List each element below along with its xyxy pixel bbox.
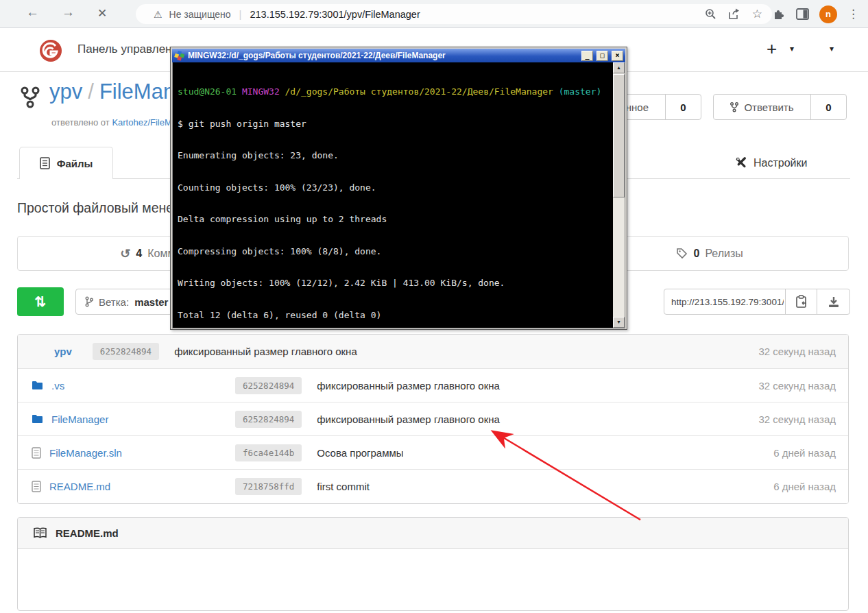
commit-message: first commit bbox=[317, 481, 370, 492]
repo-owner-link[interactable]: ypv bbox=[49, 80, 82, 104]
commit-age: 32 секунд назад bbox=[758, 346, 836, 357]
minimize-button[interactable]: _ bbox=[581, 51, 593, 61]
side-panel-icon[interactable] bbox=[796, 8, 809, 20]
back-icon[interactable]: ← bbox=[26, 5, 39, 20]
commit-sha-badge[interactable]: 6252824894 bbox=[235, 377, 302, 394]
commit-author-link[interactable]: ypv bbox=[54, 346, 72, 357]
repo-title-separator: / bbox=[88, 80, 94, 104]
star-count[interactable]: 0 bbox=[665, 95, 701, 119]
forward-icon[interactable]: → bbox=[62, 5, 75, 20]
table-row: README.md 7218758ffd first commit 6 дней… bbox=[18, 470, 848, 503]
commit-age: 6 дней назад bbox=[773, 447, 836, 459]
commit-message: фиксированный размер главного окна bbox=[174, 346, 357, 357]
fork-icon bbox=[730, 102, 738, 112]
table-row: .vs 6252824894 фиксированный размер глав… bbox=[18, 369, 848, 402]
file-table: ypv 6252824894 фиксированный размер глав… bbox=[17, 334, 849, 504]
terminal-output-line: Writing objects: 100% (12/12), 2.42 KiB … bbox=[178, 278, 608, 289]
mingw-icon bbox=[174, 51, 184, 61]
maximize-button[interactable]: □ bbox=[596, 51, 608, 61]
commit-sha-badge[interactable]: f6ca4e144b bbox=[235, 444, 302, 461]
tab-settings[interactable]: Настройки bbox=[735, 156, 807, 169]
settings-tools-icon bbox=[735, 156, 748, 169]
file-icon bbox=[32, 481, 41, 492]
compare-button[interactable]: ⇅ bbox=[17, 287, 64, 316]
stop-icon[interactable]: ✕ bbox=[97, 6, 107, 21]
terminal-output-line: Delta compression using up to 2 threads bbox=[178, 214, 608, 226]
security-label: Не защищено bbox=[169, 9, 231, 20]
browser-toolbar: ← → ✕ ⚠ Не защищено | 213.155.192.79:300… bbox=[0, 0, 868, 28]
terminal-text: stud@N26-01 MINGW32 /d/_gogs/Работы студ… bbox=[173, 62, 613, 328]
readme-panel: README.md bbox=[17, 517, 849, 611]
commit-message: фиксированный размер главного окна bbox=[317, 413, 500, 425]
tag-icon bbox=[676, 248, 688, 259]
download-button[interactable] bbox=[817, 289, 850, 315]
tab-files[interactable]: Файлы bbox=[19, 147, 113, 179]
terminal-output-line: Enumerating objects: 23, done. bbox=[178, 150, 608, 162]
clone-url-input[interactable] bbox=[664, 289, 786, 315]
download-icon bbox=[828, 296, 840, 308]
history-icon: ↺ bbox=[120, 246, 130, 261]
folder-icon bbox=[32, 381, 43, 390]
terminal-window[interactable]: MINGW32:/d/_gogs/Работы студентов/2021-2… bbox=[170, 47, 627, 330]
readme-header: README.md bbox=[18, 518, 848, 549]
scroll-up-icon[interactable]: ▲ bbox=[613, 62, 625, 73]
new-repo-plus-icon[interactable]: + bbox=[767, 38, 777, 60]
book-icon bbox=[33, 527, 47, 539]
compare-icon: ⇅ bbox=[35, 293, 47, 310]
url-text: 213.155.192.79:3001/ypv/FileManager bbox=[250, 9, 420, 20]
browser-profile-avatar[interactable]: n bbox=[819, 5, 837, 23]
terminal-scrollbar[interactable]: ▲ ▼ bbox=[613, 62, 625, 328]
table-row: FileManager.sln f6ca4e144b Осова програм… bbox=[18, 436, 848, 470]
repo-description: Простой файловый менеджер bbox=[17, 200, 171, 216]
file-link[interactable]: .vs bbox=[51, 380, 64, 392]
clipboard-copy-icon bbox=[795, 295, 808, 309]
commit-age: 32 секунд назад bbox=[758, 380, 836, 392]
not-secure-warning-icon: ⚠ bbox=[154, 9, 162, 20]
folder-icon bbox=[32, 414, 43, 424]
screen: ← → ✕ ⚠ Не защищено | 213.155.192.79:300… bbox=[0, 0, 868, 613]
table-row: FileManager 6252824894 фиксированный раз… bbox=[18, 402, 848, 436]
file-link[interactable]: FileManager.sln bbox=[49, 447, 122, 459]
gogs-logo[interactable] bbox=[38, 38, 63, 63]
latest-commit-row: ypv 6252824894 фиксированный размер глав… bbox=[18, 335, 848, 369]
commit-sha-badge[interactable]: 6252824894 bbox=[93, 343, 159, 360]
commit-sha-badge[interactable]: 7218758ffd bbox=[235, 478, 302, 495]
dashboard-link[interactable]: Панель управления bbox=[77, 43, 184, 56]
file-icon bbox=[32, 447, 41, 459]
terminal-command: $ git push origin master bbox=[178, 119, 608, 130]
terminal-title: MINGW32:/d/_gogs/Работы студентов/2021-2… bbox=[188, 51, 578, 60]
commit-age: 6 дней назад bbox=[773, 481, 836, 492]
bookmark-star-icon[interactable]: ☆ bbox=[752, 7, 762, 21]
address-bar[interactable]: ⚠ Не защищено | 213.155.192.79:3001/ypv/… bbox=[136, 4, 772, 24]
close-button[interactable]: × bbox=[612, 51, 623, 61]
commit-message: Осова программы bbox=[317, 447, 403, 459]
terminal-output-line: Counting objects: 100% (23/23), done. bbox=[178, 182, 608, 194]
fork-count[interactable]: 0 bbox=[810, 95, 846, 119]
user-menu-caret-icon[interactable]: ▾ bbox=[830, 44, 834, 53]
repo-fork-icon bbox=[21, 86, 40, 108]
file-link[interactable]: FileManager bbox=[51, 413, 108, 425]
branch-icon bbox=[85, 296, 93, 307]
terminal-prompt-line: stud@N26-01 MINGW32 /d/_gogs/Работы студ… bbox=[178, 86, 608, 98]
fork-button[interactable]: Ответвить bbox=[714, 95, 810, 119]
commit-message: фиксированный размер главного окна bbox=[317, 380, 500, 392]
scroll-down-icon[interactable]: ▼ bbox=[613, 317, 625, 328]
zoom-icon[interactable] bbox=[705, 8, 716, 20]
commit-age: 32 секунд назад bbox=[758, 413, 836, 425]
file-link[interactable]: README.md bbox=[49, 481, 110, 492]
terminal-output-line: Compressing objects: 100% (8/8), done. bbox=[178, 246, 608, 258]
commit-sha-badge[interactable]: 6252824894 bbox=[235, 411, 302, 428]
terminal-output-line: Total 12 (delta 6), reused 0 (delta 0) bbox=[178, 310, 608, 322]
branch-dropdown[interactable]: Ветка:master bbox=[75, 289, 184, 315]
copy-url-button[interactable] bbox=[785, 289, 817, 315]
browser-menu-icon[interactable]: ⋮ bbox=[847, 7, 859, 21]
files-doc-icon bbox=[40, 157, 50, 169]
address-divider: | bbox=[239, 8, 242, 20]
share-icon[interactable] bbox=[728, 8, 740, 20]
extensions-puzzle-icon[interactable] bbox=[773, 8, 786, 21]
new-repo-caret-icon[interactable]: ▾ bbox=[790, 44, 794, 53]
terminal-content[interactable]: stud@N26-01 MINGW32 /d/_gogs/Работы студ… bbox=[172, 62, 625, 328]
scrollbar-thumb[interactable] bbox=[613, 74, 625, 197]
fork-button-group: Ответвить 0 bbox=[713, 94, 847, 120]
terminal-titlebar[interactable]: MINGW32:/d/_gogs/Работы студентов/2021-2… bbox=[172, 49, 625, 62]
